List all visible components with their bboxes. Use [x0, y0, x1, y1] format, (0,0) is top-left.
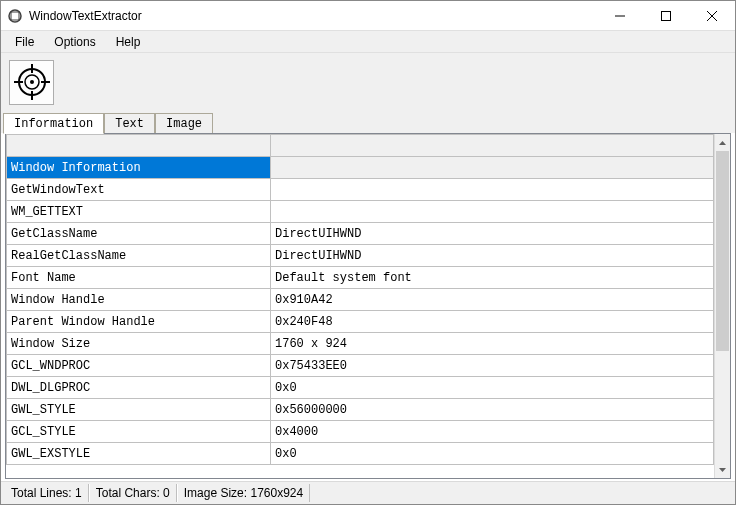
menu-help[interactable]: Help	[106, 33, 151, 51]
grid-row[interactable]: Font NameDefault system font	[7, 267, 714, 289]
grid-row[interactable]: GWL_STYLE0x56000000	[7, 399, 714, 421]
grid-row[interactable]: Parent Window Handle0x240F48	[7, 311, 714, 333]
scroll-down-button[interactable]	[715, 461, 730, 478]
window-buttons	[597, 1, 735, 30]
grid-value: 0x75433EE0	[271, 355, 714, 377]
tab-image[interactable]: Image	[155, 113, 213, 133]
maximize-button[interactable]	[643, 1, 689, 30]
grid-key: DWL_DLGPROC	[7, 377, 271, 399]
grid-value: 0x0	[271, 443, 714, 465]
grid-header-value[interactable]	[271, 135, 714, 157]
menu-file[interactable]: File	[5, 33, 44, 51]
status-total-lines: Total Lines: 1	[5, 484, 89, 502]
content-area: Window InformationGetWindowTextWM_GETTEX…	[5, 133, 731, 479]
minimize-button[interactable]	[597, 1, 643, 30]
grid-row[interactable]: Window Size1760 x 924	[7, 333, 714, 355]
grid-value	[271, 201, 714, 223]
grid-section-value	[271, 157, 714, 179]
grid-key: GetClassName	[7, 223, 271, 245]
grid-row[interactable]: GetClassNameDirectUIHWND	[7, 223, 714, 245]
menu-options[interactable]: Options	[44, 33, 105, 51]
scroll-thumb[interactable]	[716, 151, 729, 351]
grid-key: Window Size	[7, 333, 271, 355]
svg-rect-3	[662, 11, 671, 20]
grid-key: GWL_EXSTYLE	[7, 443, 271, 465]
grid-row[interactable]: GCL_WNDPROC0x75433EE0	[7, 355, 714, 377]
status-total-chars: Total Chars: 0	[89, 484, 177, 502]
grid-value: 0x240F48	[271, 311, 714, 333]
menu-bar: File Options Help	[1, 31, 735, 53]
grid-key: GWL_STYLE	[7, 399, 271, 421]
grid-row[interactable]: GCL_STYLE0x4000	[7, 421, 714, 443]
scroll-up-button[interactable]	[715, 134, 730, 151]
svg-point-8	[30, 80, 34, 84]
grid-value: 1760 x 924	[271, 333, 714, 355]
grid-value: Default system font	[271, 267, 714, 289]
title-bar: WindowTextExtractor	[1, 1, 735, 31]
grid-row[interactable]: GWL_EXSTYLE0x0	[7, 443, 714, 465]
grid-value: DirectUIHWND	[271, 223, 714, 245]
svg-rect-1	[11, 12, 19, 20]
vertical-scrollbar[interactable]	[714, 134, 731, 478]
grid-key: GetWindowText	[7, 179, 271, 201]
tab-information[interactable]: Information	[3, 113, 104, 134]
scroll-track[interactable]	[715, 151, 730, 461]
grid-value	[271, 179, 714, 201]
grid-key: Parent Window Handle	[7, 311, 271, 333]
grid-row[interactable]: Window Handle0x910A42	[7, 289, 714, 311]
grid-key: GCL_STYLE	[7, 421, 271, 443]
grid-section-row[interactable]: Window Information	[7, 157, 714, 179]
grid-header-name[interactable]	[7, 135, 271, 157]
grid-header-row	[7, 135, 714, 157]
grid-key: RealGetClassName	[7, 245, 271, 267]
grid-row[interactable]: WM_GETTEXT	[7, 201, 714, 223]
grid-key: Font Name	[7, 267, 271, 289]
grid-key: WM_GETTEXT	[7, 201, 271, 223]
svg-marker-13	[719, 141, 726, 145]
close-button[interactable]	[689, 1, 735, 30]
target-finder-button[interactable]	[9, 60, 54, 105]
grid-key: Window Handle	[7, 289, 271, 311]
window-title: WindowTextExtractor	[29, 9, 597, 23]
toolbar	[1, 53, 735, 111]
tab-text[interactable]: Text	[104, 113, 155, 133]
grid-key: GCL_WNDPROC	[7, 355, 271, 377]
grid-row[interactable]: GetWindowText	[7, 179, 714, 201]
grid-value: 0x4000	[271, 421, 714, 443]
grid-row[interactable]: DWL_DLGPROC0x0	[7, 377, 714, 399]
grid-row[interactable]: RealGetClassNameDirectUIHWND	[7, 245, 714, 267]
crosshair-icon	[14, 64, 50, 100]
property-grid[interactable]: Window InformationGetWindowTextWM_GETTEX…	[6, 134, 714, 478]
grid-value: 0x56000000	[271, 399, 714, 421]
grid-value: 0x0	[271, 377, 714, 399]
status-image-size: Image Size: 1760x924	[177, 484, 310, 502]
grid-section-label: Window Information	[7, 157, 271, 179]
svg-marker-14	[719, 468, 726, 472]
grid-value: 0x910A42	[271, 289, 714, 311]
grid-value: DirectUIHWND	[271, 245, 714, 267]
app-icon	[7, 8, 23, 24]
tab-strip: Information Text Image	[1, 111, 735, 133]
status-bar: Total Lines: 1 Total Chars: 0 Image Size…	[1, 481, 735, 504]
